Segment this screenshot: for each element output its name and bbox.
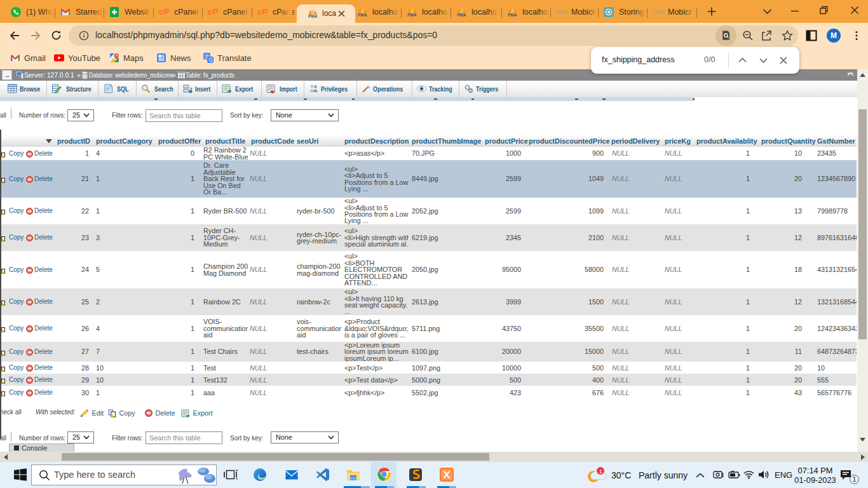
svg-text:PMA: PMA bbox=[358, 13, 367, 17]
svg-text:1: 1 bbox=[599, 468, 602, 475]
svg-text:PMA: PMA bbox=[308, 14, 318, 18]
svg-text:PMA: PMA bbox=[508, 13, 517, 17]
svg-text:PMA: PMA bbox=[407, 13, 417, 17]
svg-text:G: G bbox=[208, 57, 213, 63]
svg-text:PMA: PMA bbox=[457, 13, 466, 17]
